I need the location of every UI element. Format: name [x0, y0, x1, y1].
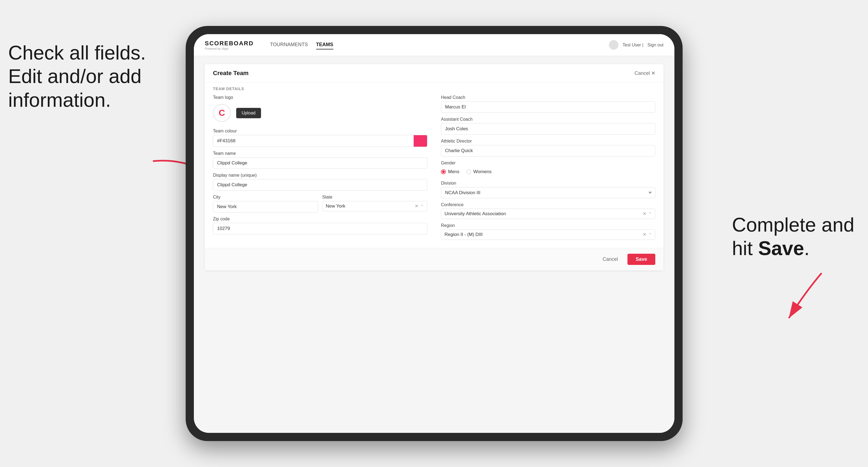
- athletic-director-label: Athletic Director: [441, 139, 655, 144]
- panel-header: Create Team Cancel ✕: [205, 64, 663, 83]
- arrow-right-indicator: [751, 270, 827, 325]
- instruction-right: Complete and hit Save.: [732, 213, 854, 260]
- team-colour-input[interactable]: [213, 135, 414, 147]
- team-name-field: Team name: [213, 151, 427, 169]
- panel-footer: Cancel Save: [205, 248, 663, 270]
- upload-button[interactable]: Upload: [236, 108, 261, 118]
- region-field: Region Region II - (M) DIII ✕ ⌃: [441, 223, 655, 240]
- nav-tournaments[interactable]: TOURNAMENTS: [270, 40, 308, 50]
- instruction-left: Check all fields. Edit and/or add inform…: [8, 41, 146, 112]
- gender-mens-option[interactable]: Mens: [441, 169, 460, 175]
- state-clear-icon[interactable]: ✕: [415, 204, 418, 208]
- assistant-coach-field: Assistant Coach: [441, 117, 655, 135]
- division-label: Division: [441, 181, 655, 186]
- close-icon: ✕: [651, 70, 655, 76]
- display-name-field: Display name (unique): [213, 173, 427, 191]
- instruction-right-line1: Complete and: [732, 214, 854, 236]
- athletic-director-input[interactable]: [441, 145, 655, 156]
- display-name-input[interactable]: [213, 179, 427, 191]
- conference-select-value: University Athletic Association: [444, 211, 506, 217]
- conference-label: Conference: [441, 203, 655, 207]
- region-select-value: Region II - (M) DIII: [444, 232, 483, 237]
- head-coach-input[interactable]: [441, 101, 655, 113]
- conference-chevron-icon: ⌃: [649, 212, 652, 216]
- section-label: TEAM DETAILS: [205, 83, 663, 92]
- main-content: Create Team Cancel ✕ TEAM DETAILS Team l…: [194, 56, 674, 433]
- team-colour-field: Team colour: [213, 129, 427, 147]
- create-team-panel: Create Team Cancel ✕ TEAM DETAILS Team l…: [205, 64, 663, 270]
- zip-input[interactable]: [213, 223, 427, 234]
- user-label: Test User |: [623, 42, 643, 48]
- logo-upload-area: C Upload: [213, 101, 427, 125]
- color-swatch[interactable]: [414, 135, 427, 147]
- logo-circle: C: [213, 104, 231, 122]
- gender-field: Gender Mens Womens: [441, 161, 655, 177]
- instruction-right-line2-pre: hit: [732, 237, 758, 259]
- color-input-row: [213, 135, 427, 147]
- tablet-frame: SCOREBOARD Powered by clippi TOURNAMENTS…: [186, 26, 683, 441]
- nav-links: TOURNAMENTS TEAMS: [270, 40, 598, 50]
- division-select[interactable]: NCAA Division III: [441, 187, 655, 198]
- logo-subtitle: Powered by clippi: [205, 47, 254, 50]
- gender-row: Mens Womens: [441, 167, 655, 177]
- logo-title: SCOREBOARD: [205, 40, 254, 47]
- city-input[interactable]: [213, 201, 318, 213]
- instruction-line1: Check all fields.: [8, 42, 146, 64]
- head-coach-label: Head Coach: [441, 95, 655, 100]
- header-cancel-button[interactable]: Cancel ✕: [634, 70, 655, 76]
- athletic-director-field: Athletic Director: [441, 139, 655, 156]
- state-chevron-icon: ⌃: [421, 204, 424, 208]
- nav-teams[interactable]: TEAMS: [316, 40, 333, 50]
- zip-label: Zip code: [213, 217, 427, 221]
- footer-cancel-button[interactable]: Cancel: [597, 254, 623, 265]
- head-coach-field: Head Coach: [441, 95, 655, 113]
- assistant-coach-input[interactable]: [441, 123, 655, 135]
- team-logo-field: Team logo C Upload: [213, 95, 427, 125]
- instruction-line3: information.: [8, 89, 111, 111]
- form-body: Team logo C Upload Team colour: [205, 92, 663, 248]
- state-label: State: [322, 195, 427, 199]
- zip-field: Zip code: [213, 217, 427, 234]
- panel-title: Create Team: [213, 70, 248, 77]
- region-clear-icon[interactable]: ✕: [643, 232, 646, 237]
- team-colour-label: Team colour: [213, 129, 427, 133]
- gender-mens-radio[interactable]: [441, 169, 446, 174]
- gender-womens-option[interactable]: Womens: [466, 169, 492, 175]
- tablet-screen: SCOREBOARD Powered by clippi TOURNAMENTS…: [194, 34, 674, 433]
- team-name-label: Team name: [213, 151, 427, 156]
- nav-right: Test User | Sign out: [609, 40, 663, 50]
- gender-womens-radio[interactable]: [466, 169, 471, 174]
- right-column: Head Coach Assistant Coach Athletic Dire…: [441, 95, 655, 240]
- conference-select-actions: ✕ ⌃: [643, 212, 652, 216]
- instruction-right-line2-suf: .: [804, 237, 810, 259]
- region-label: Region: [441, 223, 655, 228]
- instruction-line2: Edit and/or add: [8, 65, 142, 87]
- conference-clear-icon[interactable]: ✕: [643, 212, 646, 216]
- gender-womens-label: Womens: [473, 169, 492, 175]
- state-select[interactable]: New York ✕ ⌃: [322, 201, 427, 211]
- header-cancel-label: Cancel: [634, 70, 650, 76]
- navbar: SCOREBOARD Powered by clippi TOURNAMENTS…: [194, 34, 674, 56]
- team-logo-label: Team logo: [213, 95, 427, 100]
- region-select-actions: ✕ ⌃: [643, 232, 652, 237]
- state-select-value: New York: [326, 204, 345, 209]
- save-button[interactable]: Save: [627, 254, 655, 265]
- left-column: Team logo C Upload Team colour: [213, 95, 427, 240]
- state-select-actions: ✕ ⌃: [415, 204, 424, 208]
- sign-out-link[interactable]: Sign out: [647, 42, 663, 48]
- city-state-row: City State New York ✕ ⌃: [213, 195, 427, 213]
- conference-field: Conference University Athletic Associati…: [441, 203, 655, 219]
- division-field: Division NCAA Division III: [441, 181, 655, 198]
- gender-label: Gender: [441, 161, 655, 165]
- region-select[interactable]: Region II - (M) DIII ✕ ⌃: [441, 229, 655, 240]
- display-name-label: Display name (unique): [213, 173, 427, 178]
- gender-mens-label: Mens: [448, 169, 460, 175]
- user-avatar: [609, 40, 618, 50]
- region-chevron-icon: ⌃: [649, 232, 652, 237]
- state-field: State New York ✕ ⌃: [322, 195, 427, 213]
- assistant-coach-label: Assistant Coach: [441, 117, 655, 122]
- conference-select[interactable]: University Athletic Association ✕ ⌃: [441, 209, 655, 219]
- instruction-right-bold: Save: [758, 237, 804, 259]
- city-field: City: [213, 195, 318, 213]
- team-name-input[interactable]: [213, 157, 427, 169]
